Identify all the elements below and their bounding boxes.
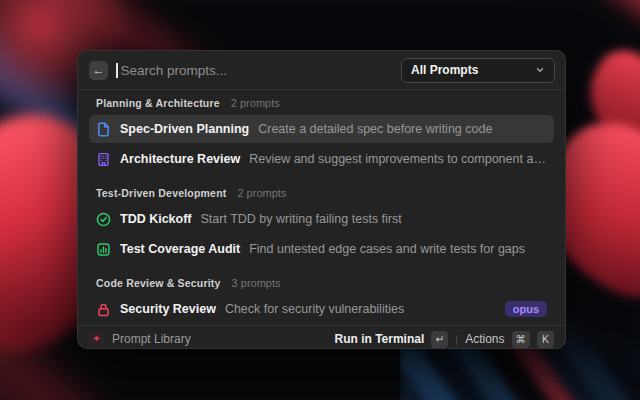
arrow-left-icon: ←	[93, 64, 105, 76]
item-title: Architecture Review	[120, 152, 240, 166]
search-bar: ← All Prompts	[78, 51, 565, 90]
item-title: TDD Kickoff	[120, 212, 192, 226]
bar-chart-icon	[96, 242, 111, 257]
section-count: 3 prompts	[232, 277, 281, 289]
list-item-security-review[interactable]: Security Review Check for security vulne…	[89, 295, 554, 323]
list-item-test-coverage-audit[interactable]: Test Coverage Audit Find untested edge c…	[89, 235, 554, 263]
lock-icon	[96, 302, 111, 317]
actions-button[interactable]: Actions	[465, 332, 504, 346]
section-count: 2 prompts	[231, 97, 280, 109]
text-caret	[116, 63, 118, 78]
prompt-list: Planning & Architecture 2 prompts Spec-D…	[78, 90, 565, 325]
wallpaper-red-corner-top-right	[592, 0, 640, 46]
section-spacer	[89, 265, 554, 277]
footer-divider: |	[455, 333, 458, 345]
filter-dropdown[interactable]: All Prompts	[401, 58, 555, 83]
footer-actions: Run in Terminal ↵ | Actions ⌘ K	[334, 331, 554, 348]
item-title: Test Coverage Audit	[120, 242, 240, 256]
run-in-terminal-button[interactable]: Run in Terminal	[334, 332, 424, 346]
item-description: Check for security vulnerabilities	[225, 302, 496, 316]
list-item-architecture-review[interactable]: Architecture Review Review and suggest i…	[89, 145, 554, 173]
filter-dropdown-label: All Prompts	[411, 63, 478, 77]
search-input[interactable]	[121, 63, 394, 78]
k-keycap[interactable]: K	[537, 331, 554, 348]
section-count: 2 prompts	[237, 187, 286, 199]
section-title: Planning & Architecture	[96, 97, 220, 109]
item-title: Security Review	[120, 302, 216, 316]
circle-check-icon	[96, 212, 111, 227]
section-header-code-review: Code Review & Security 3 prompts	[89, 277, 554, 295]
command-keycap[interactable]: ⌘	[512, 331, 531, 348]
item-description: Create a detailed spec before writing co…	[258, 122, 547, 136]
app-name: Prompt Library	[112, 332, 191, 346]
section-header-planning: Planning & Architecture 2 prompts	[89, 97, 554, 115]
prompt-library-palette: ← All Prompts Planning & Architecture 2 …	[77, 50, 566, 349]
list-item-tdd-kickoff[interactable]: TDD Kickoff Start TDD by writing failing…	[89, 205, 554, 233]
section-title: Test-Driven Development	[96, 187, 226, 199]
enter-keycap[interactable]: ↵	[431, 331, 448, 348]
item-description: Find untested edge cases and write tests…	[249, 242, 547, 256]
item-title: Spec-Driven Planning	[120, 122, 249, 136]
chevron-down-icon	[535, 65, 545, 75]
palette-footer: ✦ Prompt Library Run in Terminal ↵ | Act…	[78, 325, 565, 352]
section-title: Code Review & Security	[96, 277, 221, 289]
app-logo-icon: ✦	[89, 332, 104, 347]
section-spacer	[89, 175, 554, 187]
file-icon	[96, 122, 111, 137]
model-badge: opus	[505, 301, 547, 317]
back-button[interactable]: ←	[89, 61, 108, 80]
building-icon	[96, 152, 111, 167]
item-description: Review and suggest improvements to compo…	[249, 152, 547, 166]
item-description: Start TDD by writing failing tests first	[201, 212, 547, 226]
section-header-tdd: Test-Driven Development 2 prompts	[89, 187, 554, 205]
list-item-spec-driven-planning[interactable]: Spec-Driven Planning Create a detailed s…	[89, 115, 554, 143]
